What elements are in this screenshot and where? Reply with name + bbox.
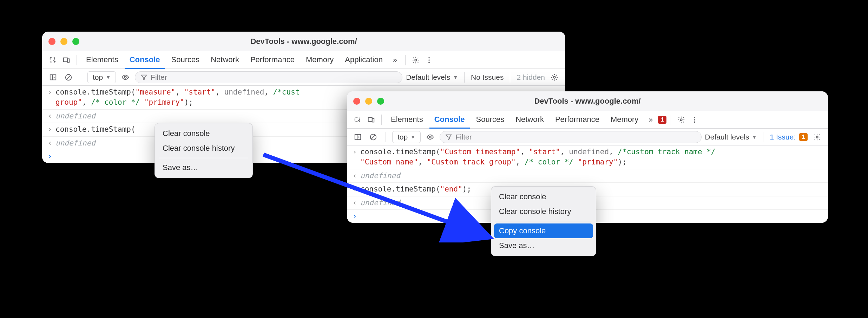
window-controls <box>48 38 79 45</box>
inspect-icon[interactable] <box>47 54 59 66</box>
code-token: /*cust <box>273 88 300 96</box>
menu-clear-console[interactable]: Clear console <box>158 126 250 141</box>
toggle-sidebar-icon[interactable] <box>47 71 59 83</box>
menu-clear-history[interactable]: Clear console history <box>494 204 593 219</box>
tab-performance[interactable]: Performance <box>245 52 300 69</box>
error-badge[interactable]: 1 <box>658 116 666 124</box>
separator <box>81 72 81 83</box>
minimize-icon[interactable] <box>60 38 67 45</box>
menu-save-as[interactable]: Save as… <box>158 160 250 175</box>
tab-sources[interactable]: Sources <box>471 111 509 129</box>
code-token: "Custom timestamp" <box>440 148 520 156</box>
zoom-icon[interactable] <box>377 98 384 105</box>
svg-point-6 <box>428 61 430 63</box>
svg-rect-18 <box>355 134 361 139</box>
tab-memory[interactable]: Memory <box>301 52 338 69</box>
code-token: "primary" <box>578 158 618 166</box>
issue-badge[interactable]: 1 <box>799 133 808 141</box>
result-value: undefined <box>55 111 96 121</box>
svg-rect-2 <box>67 59 70 62</box>
svg-point-15 <box>694 117 695 118</box>
console-filterbar: top ▼ Filter Default levels ▼ No Issues … <box>42 69 565 86</box>
prompt-icon: › <box>47 124 53 135</box>
svg-point-9 <box>124 76 126 78</box>
result-icon: ‹ <box>352 171 357 181</box>
kebab-icon[interactable] <box>423 54 435 66</box>
tab-network[interactable]: Network <box>511 111 549 129</box>
context-menu: Clear console Clear console history Save… <box>154 123 253 178</box>
svg-point-5 <box>428 59 430 61</box>
eye-icon[interactable] <box>424 131 436 143</box>
more-tabs-icon[interactable]: » <box>389 54 401 66</box>
toggle-sidebar-icon[interactable] <box>352 131 364 143</box>
chevron-down-icon: ▼ <box>106 74 111 80</box>
context-select[interactable]: top ▼ <box>392 131 421 143</box>
tab-elements[interactable]: Elements <box>386 111 428 129</box>
menu-copy-console[interactable]: Copy console <box>494 223 593 238</box>
tab-console[interactable]: Console <box>125 52 165 69</box>
tab-console[interactable]: Console <box>429 111 470 129</box>
tab-network[interactable]: Network <box>206 52 244 69</box>
code-token: ); <box>184 98 193 106</box>
issues-label[interactable]: 1 Issue: <box>770 133 796 141</box>
svg-rect-13 <box>372 118 374 122</box>
levels-select[interactable]: Default levels ▼ <box>406 73 458 82</box>
svg-rect-1 <box>64 58 67 61</box>
levels-label: Default levels <box>406 73 450 82</box>
eye-icon[interactable] <box>119 71 131 83</box>
clear-console-icon[interactable] <box>63 71 74 83</box>
gear-icon[interactable] <box>811 131 823 143</box>
console-input-row[interactable]: › console.timeStamp("Custom timestamp", … <box>347 145 828 169</box>
kebab-icon[interactable] <box>689 114 701 126</box>
svg-point-20 <box>429 136 431 138</box>
menu-save-as[interactable]: Save as… <box>494 238 593 253</box>
result-value: undefined <box>360 171 400 181</box>
zoom-icon[interactable] <box>72 38 79 45</box>
svg-point-4 <box>428 57 430 58</box>
result-value: undefined <box>360 198 400 208</box>
device-icon[interactable] <box>365 114 377 126</box>
tab-memory[interactable]: Memory <box>606 111 643 129</box>
chevron-down-icon: ▼ <box>410 134 415 140</box>
hidden-count[interactable]: 2 hidden <box>517 73 545 82</box>
code-token: /*custom track name */ <box>618 148 715 156</box>
gear-icon[interactable] <box>548 71 560 83</box>
tab-sources[interactable]: Sources <box>166 52 205 69</box>
svg-point-3 <box>415 59 417 61</box>
code-token: group" <box>55 98 82 106</box>
clear-console-icon[interactable] <box>367 131 379 143</box>
inspect-icon[interactable] <box>352 114 364 126</box>
tab-elements[interactable]: Elements <box>81 52 123 69</box>
levels-select[interactable]: Default levels ▼ <box>705 133 757 141</box>
menu-clear-history[interactable]: Clear console history <box>158 141 250 156</box>
result-icon: ‹ <box>47 138 53 148</box>
prompt-icon: › <box>352 211 357 221</box>
chevron-down-icon: ▼ <box>453 74 458 80</box>
window-title: DevTools - www.google.com/ <box>347 97 828 106</box>
code-token: console.timeStamp( <box>360 148 440 156</box>
close-icon[interactable] <box>48 38 55 45</box>
svg-point-14 <box>680 119 683 121</box>
filter-input[interactable]: Filter <box>440 131 701 143</box>
gear-icon[interactable] <box>675 114 687 126</box>
filter-placeholder: Filter <box>455 133 472 141</box>
menu-clear-console[interactable]: Clear console <box>494 189 593 204</box>
tab-application[interactable]: Application <box>340 52 388 69</box>
device-icon[interactable] <box>60 54 72 66</box>
more-tabs-icon[interactable]: » <box>645 114 657 126</box>
result-icon: ‹ <box>352 198 357 208</box>
separator <box>510 72 510 83</box>
context-label: top <box>397 133 408 141</box>
result-value: undefined <box>55 138 96 148</box>
minimize-icon[interactable] <box>365 98 372 105</box>
console-result-row: ‹ undefined <box>347 169 828 183</box>
tab-performance[interactable]: Performance <box>550 111 604 129</box>
context-label: top <box>93 73 103 82</box>
filter-input[interactable]: Filter <box>135 71 402 83</box>
code-token: /* color */ <box>91 98 140 106</box>
result-icon: ‹ <box>47 111 53 121</box>
gear-icon[interactable] <box>410 54 422 66</box>
context-select[interactable]: top ▼ <box>87 71 116 83</box>
close-icon[interactable] <box>353 98 360 105</box>
issues-label[interactable]: No Issues <box>471 73 504 82</box>
